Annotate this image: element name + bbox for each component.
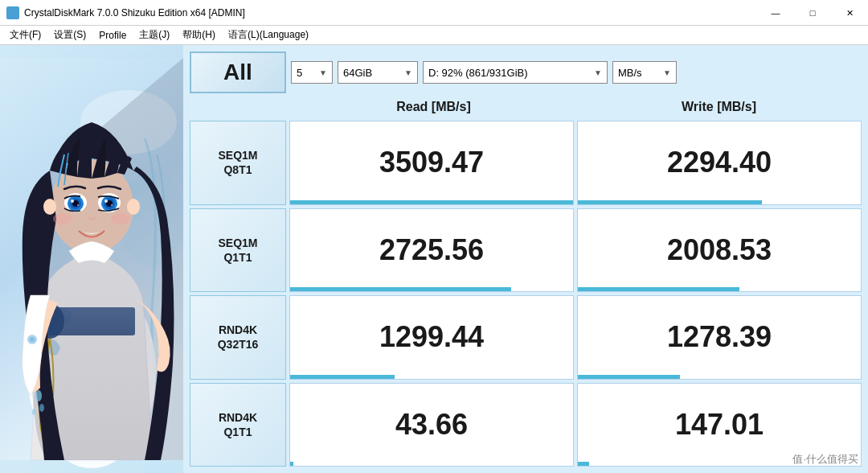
svg-point-19 [104, 199, 108, 203]
svg-point-28 [39, 404, 44, 412]
data-row: SEQ1MQ1T1 2725.56 2008.53 [190, 208, 862, 293]
data-row: RND4KQ1T1 43.66 147.01 [190, 383, 862, 467]
read-progress-3 [290, 462, 293, 466]
row-read-2: 1299.44 [289, 295, 574, 380]
watermark: 值·什么值得买 [792, 452, 858, 467]
maximize-button[interactable]: □ [794, 0, 831, 26]
data-row: SEQ1MQ8T1 3509.47 2294.40 [190, 121, 862, 205]
row-label-0: SEQ1MQ8T1 [190, 121, 286, 205]
runs-value: 5 [297, 67, 302, 79]
drive-arrow: ▼ [594, 68, 602, 77]
runs-dropdown[interactable]: 5 ▼ [291, 61, 333, 84]
svg-point-24 [127, 199, 140, 215]
size-value: 64GiB [343, 67, 372, 79]
right-panel: All 5 ▼ 64GiB ▼ D: 92% (861/931GiB) ▼ MB… [183, 45, 868, 473]
read-progress-0 [290, 200, 573, 204]
svg-point-29 [32, 409, 35, 415]
size-dropdown[interactable]: 64GiB ▼ [338, 61, 418, 84]
data-rows-container: SEQ1MQ8T1 3509.47 2294.40 SEQ1MQ1T1 2725… [190, 121, 862, 467]
menu-file[interactable]: 文件(F) [3, 27, 47, 43]
menu-theme[interactable]: 主题(J) [133, 27, 176, 43]
unit-arrow: ▼ [663, 68, 671, 77]
row-read-3: 43.66 [289, 383, 574, 467]
row-write-1: 2008.53 [577, 208, 862, 293]
unit-dropdown[interactable]: MB/s ▼ [612, 61, 677, 84]
write-progress-2 [578, 375, 680, 379]
menu-bar: 文件(F) 设置(S) Profile 主题(J) 帮助(H) 语言(L)(La… [0, 26, 868, 45]
write-progress-3 [578, 462, 589, 466]
menu-language[interactable]: 语言(L)(Language) [222, 27, 315, 43]
drive-value: D: 92% (861/931GiB) [428, 67, 528, 79]
row-label-2: RND4KQ32T16 [190, 295, 286, 380]
svg-point-14 [77, 204, 79, 206]
runs-arrow: ▼ [319, 68, 327, 77]
all-button[interactable]: All [190, 51, 286, 93]
row-write-0: 2294.40 [577, 121, 862, 205]
main-content: All 5 ▼ 64GiB ▼ D: 92% (861/931GiB) ▼ MB… [0, 45, 868, 473]
svg-point-21 [53, 213, 72, 224]
read-header: Read [MB/s] [291, 97, 576, 117]
read-progress-2 [290, 375, 395, 379]
menu-profile[interactable]: Profile [92, 28, 133, 43]
read-progress-1 [290, 287, 511, 291]
character-area [0, 45, 183, 473]
svg-point-22 [111, 213, 130, 224]
svg-point-20 [111, 204, 113, 206]
minimize-button[interactable]: — [757, 0, 794, 26]
row-read-1: 2725.56 [289, 208, 574, 293]
svg-point-27 [35, 390, 42, 401]
app-icon [6, 6, 19, 19]
window-controls: — □ ✕ [757, 0, 868, 26]
row-read-0: 3509.47 [289, 121, 574, 205]
row-label-3: RND4KQ1T1 [190, 383, 286, 467]
svg-point-13 [71, 199, 74, 203]
title-text: CrystalDiskMark 7.0.0 Shizuku Edition x6… [24, 7, 862, 19]
write-progress-1 [578, 287, 739, 291]
row-write-2: 1278.39 [577, 295, 862, 380]
title-bar: CrystalDiskMark 7.0.0 Shizuku Edition x6… [0, 0, 868, 26]
menu-help[interactable]: 帮助(H) [176, 27, 222, 43]
menu-settings[interactable]: 设置(S) [47, 27, 92, 43]
drive-dropdown[interactable]: D: 92% (861/931GiB) ▼ [423, 61, 608, 84]
svg-point-23 [43, 199, 56, 215]
write-progress-0 [578, 200, 762, 204]
data-row: RND4KQ32T16 1299.44 1278.39 [190, 295, 862, 380]
close-button[interactable]: ✕ [831, 0, 868, 26]
top-controls-row: All 5 ▼ 64GiB ▼ D: 92% (861/931GiB) ▼ MB… [190, 51, 862, 93]
write-header: Write [MB/s] [576, 97, 862, 117]
column-headers: Read [MB/s] Write [MB/s] [291, 97, 862, 117]
size-arrow: ▼ [404, 68, 412, 77]
row-label-1: SEQ1MQ1T1 [190, 208, 286, 293]
unit-value: MB/s [618, 67, 642, 79]
